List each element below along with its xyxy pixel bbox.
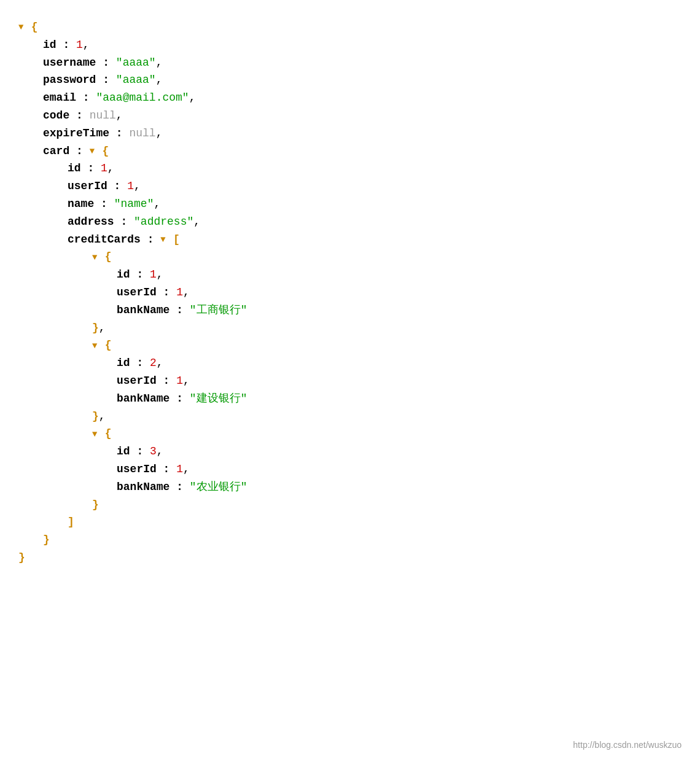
json-line: address : "address",: [18, 213, 682, 231]
json-punctuation: ,: [134, 177, 141, 195]
json-string: "aaaa": [116, 54, 156, 72]
json-line: id : 2,: [18, 354, 682, 372]
bracket: }: [18, 549, 25, 567]
json-punctuation: ,: [183, 284, 190, 301]
json-key: expireTime: [43, 125, 109, 142]
json-colon: :: [56, 36, 76, 54]
bracket: }: [43, 531, 50, 549]
json-key: bankName: [117, 478, 169, 496]
json-line: userId : 1,: [18, 177, 682, 195]
json-string: "aaaa": [116, 71, 156, 89]
collapse-arrow-icon[interactable]: ▼: [90, 144, 100, 158]
bracket: {: [31, 18, 38, 36]
json-colon: :: [130, 266, 150, 284]
json-line: username : "aaaa",: [18, 54, 682, 72]
json-punctuation: ,: [189, 89, 196, 107]
json-punctuation: ,: [107, 160, 114, 177]
json-line: }: [18, 549, 682, 567]
json-number: 1: [176, 372, 183, 390]
json-colon: :: [169, 390, 189, 408]
json-line: ▼ {: [18, 425, 682, 443]
json-colon: :: [96, 71, 115, 89]
json-line: }: [18, 531, 682, 549]
collapse-arrow-icon[interactable]: ▼: [160, 233, 171, 246]
json-key: userId: [117, 284, 157, 301]
json-punctuation: ,: [156, 125, 163, 142]
json-line: id : 1,: [18, 266, 682, 284]
json-line: bankName : "农业银行": [18, 478, 682, 496]
collapse-arrow-icon[interactable]: ▼: [18, 20, 29, 34]
json-key: address: [68, 213, 114, 231]
json-key: id: [117, 266, 130, 284]
json-punctuation: ,: [193, 213, 200, 231]
json-line: card : ▼ {: [18, 142, 682, 160]
json-colon: :: [81, 160, 101, 177]
json-colon: :: [94, 195, 114, 213]
json-key: userId: [117, 372, 157, 390]
json-key: card: [43, 142, 69, 160]
json-key: id: [43, 36, 56, 54]
bracket: {: [105, 425, 112, 443]
json-line: id : 1,: [18, 36, 682, 54]
json-line: bankName : "工商银行": [18, 301, 682, 319]
json-punctuation: ,: [99, 319, 106, 337]
json-key: id: [117, 354, 130, 372]
json-line: code : null,: [18, 107, 682, 125]
json-null: null: [129, 125, 155, 142]
json-punctuation: ,: [157, 354, 163, 372]
json-null: null: [90, 107, 116, 125]
json-key: id: [68, 160, 81, 177]
json-number: 1: [101, 160, 107, 177]
bracket: [: [173, 231, 180, 249]
json-line: password : "aaaa",: [18, 71, 682, 89]
collapse-arrow-icon[interactable]: ▼: [92, 339, 103, 352]
json-punctuation: ,: [99, 408, 106, 426]
json-string: "address": [134, 213, 193, 231]
watermark: http://blog.csdn.net/wuskzuo: [573, 738, 682, 752]
json-string: "aaa@mail.com": [96, 89, 189, 107]
json-key: password: [43, 71, 96, 89]
json-colon: :: [130, 354, 150, 372]
json-key: bankName: [117, 301, 169, 319]
bracket: ]: [68, 513, 74, 531]
json-line: ▼ {: [18, 336, 682, 354]
json-line: userId : 1,: [18, 372, 682, 390]
json-colon: :: [157, 372, 176, 390]
bracket: {: [105, 336, 112, 354]
json-line: }: [18, 496, 682, 514]
json-line: ]: [18, 513, 682, 531]
json-colon: :: [157, 284, 176, 301]
json-colon: :: [76, 89, 96, 107]
json-string: "name": [114, 195, 154, 213]
json-colon: :: [114, 213, 134, 231]
json-line: userId : 1,: [18, 284, 682, 301]
json-punctuation: ,: [157, 266, 163, 284]
bracket: }: [92, 408, 99, 426]
json-line: name : "name",: [18, 195, 682, 213]
json-key: email: [43, 89, 76, 107]
json-key: userId: [68, 177, 107, 195]
json-punctuation: ,: [116, 107, 123, 125]
bracket: {: [105, 248, 112, 266]
json-key: id: [117, 443, 130, 461]
json-punctuation: ,: [183, 372, 190, 390]
json-number: 1: [176, 284, 183, 301]
json-viewer: ▼ {id : 1,username : "aaaa",password : "…: [18, 12, 682, 573]
json-punctuation: ,: [154, 195, 160, 213]
json-line: bankName : "建设银行": [18, 390, 682, 408]
json-key: creditCards: [68, 231, 141, 249]
json-line: },: [18, 408, 682, 426]
collapse-arrow-icon[interactable]: ▼: [92, 251, 103, 264]
json-colon: :: [169, 301, 189, 319]
json-line: },: [18, 319, 682, 337]
json-string: "建设银行": [190, 390, 247, 408]
json-line: ▼ {: [18, 248, 682, 266]
json-key: name: [68, 195, 94, 213]
json-punctuation: ,: [156, 54, 163, 72]
json-string: "工商银行": [190, 301, 247, 319]
json-colon: :: [96, 54, 115, 72]
json-colon: :: [109, 125, 129, 142]
json-key: username: [43, 54, 96, 72]
collapse-arrow-icon[interactable]: ▼: [92, 427, 103, 441]
json-number: 3: [150, 443, 157, 461]
